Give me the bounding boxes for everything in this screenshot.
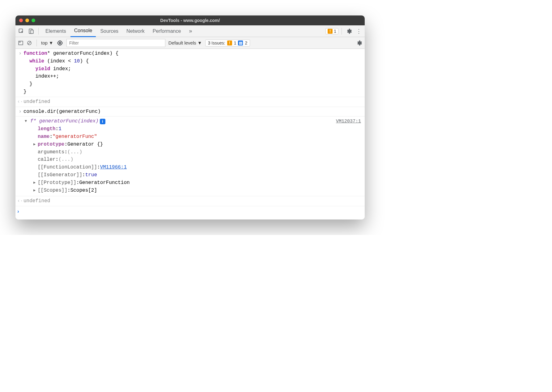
tab-performance[interactable]: Performance (149, 25, 185, 37)
devtools-window: DevTools - www.google.com/ Elements Cons… (15, 15, 365, 219)
prop-arguments[interactable]: arguments: (...) (33, 148, 362, 156)
console-output: › function* generatorFunc(index) { while… (15, 49, 365, 219)
input-chevron-icon: › (17, 50, 23, 96)
code-block: function* generatorFunc(index) { while (… (23, 50, 362, 96)
prop-scopes[interactable]: ▶ [[Scopes]]: Scopes[2] (33, 187, 362, 194)
issues-button[interactable]: 3 Issues: ! 1 ▤ 2 (205, 40, 250, 46)
prop-internal-prototype[interactable]: ▶ [[Prototype]]: GeneratorFunction (33, 179, 362, 187)
object-header[interactable]: ▼ f* generatorFunc(index) i (25, 117, 362, 125)
issues-warn-count: 1 (234, 40, 236, 45)
svg-point-6 (59, 42, 61, 44)
console-settings-icon[interactable] (356, 40, 362, 46)
source-link[interactable]: VM12037:1 (336, 118, 361, 125)
warning-icon: ! (328, 29, 333, 34)
disclosure-triangle-icon[interactable]: ▶ (33, 142, 38, 147)
divider (38, 28, 39, 35)
log-levels-selector[interactable]: Default levels ▼ (168, 40, 202, 45)
console-prompt[interactable]: › (15, 206, 365, 219)
svg-line-5 (28, 41, 31, 44)
svg-rect-3 (19, 41, 23, 45)
more-tabs-button[interactable]: » (186, 28, 194, 34)
chevron-down-icon: ▼ (49, 40, 53, 45)
vm-link[interactable]: VM11966:1 (100, 164, 127, 171)
panel-tabbar: Elements Console Sources Network Perform… (15, 25, 365, 37)
warning-count: 1 (334, 29, 336, 34)
prop-length[interactable]: length: 1 (33, 125, 362, 133)
prop-name[interactable]: name: "generatorFunc" (33, 133, 362, 141)
output-chevron-icon: ‹· (17, 197, 23, 205)
disclosure-triangle-open-icon[interactable]: ▼ (25, 118, 29, 124)
context-label: top (41, 40, 48, 45)
panel-tabs: Elements Console Sources Network Perform… (42, 25, 185, 37)
titlebar: DevTools - www.google.com/ (15, 15, 365, 25)
object-inspector[interactable]: VM12037:1 ▼ f* generatorFunc(index) i le… (15, 117, 365, 196)
tab-elements[interactable]: Elements (42, 25, 70, 37)
object-properties: length: 1 name: "generatorFunc" ▶ protot… (25, 125, 362, 194)
console-return-row: ‹· undefined (15, 97, 365, 107)
info-icon: ▤ (238, 40, 243, 45)
divider (342, 28, 342, 35)
warnings-badge[interactable]: ! 1 (325, 28, 338, 34)
console-input-row[interactable]: › console.dir(generatorFunc) (15, 107, 365, 117)
context-selector[interactable]: top ▼ (41, 40, 53, 45)
input-chevron-icon: › (17, 108, 23, 116)
prompt-chevron-icon: › (17, 208, 20, 216)
tab-network[interactable]: Network (123, 25, 148, 37)
svg-rect-2 (31, 30, 33, 33)
tab-sources[interactable]: Sources (96, 25, 122, 37)
disclosure-triangle-icon[interactable]: ▶ (33, 180, 38, 186)
tab-console[interactable]: Console (70, 25, 96, 37)
console-toolbar: top ▼ Default levels ▼ 3 Issues: ! 1 ▤ 2 (15, 37, 365, 49)
filter-input[interactable] (66, 39, 165, 47)
sidebar-toggle-icon[interactable] (18, 40, 23, 46)
disclosure-triangle-icon[interactable]: ▶ (33, 188, 38, 194)
prop-prototype[interactable]: ▶ prototype: Generator {} (33, 141, 362, 148)
return-value: undefined (23, 197, 362, 205)
issues-label: 3 Issues: (208, 40, 225, 45)
levels-label: Default levels (168, 40, 196, 45)
chevron-down-icon: ▼ (197, 40, 202, 45)
output-chevron-icon: ‹· (17, 98, 23, 106)
prop-caller[interactable]: caller: (...) (33, 156, 362, 164)
issues-info-count: 2 (245, 40, 247, 45)
more-options-icon[interactable]: ⋮ (355, 28, 363, 35)
device-toolbar-icon[interactable] (27, 27, 35, 35)
info-badge-icon[interactable]: i (100, 119, 105, 124)
console-return-row: ‹· undefined (15, 196, 365, 206)
prop-function-location[interactable]: [[FunctionLocation]]: VM11966:1 (33, 164, 362, 171)
inspect-element-icon[interactable] (17, 27, 25, 35)
window-title: DevTools - www.google.com/ (15, 18, 365, 23)
warning-icon: ! (227, 40, 232, 45)
prop-is-generator[interactable]: [[IsGenerator]]: true (33, 171, 362, 179)
live-expression-icon[interactable] (57, 40, 63, 46)
code-block: console.dir(generatorFunc) (23, 108, 362, 116)
settings-icon[interactable] (345, 27, 353, 35)
return-value: undefined (23, 98, 362, 106)
divider (36, 40, 37, 46)
clear-console-icon[interactable] (27, 40, 32, 46)
console-input-row[interactable]: › function* generatorFunc(index) { while… (15, 49, 365, 97)
